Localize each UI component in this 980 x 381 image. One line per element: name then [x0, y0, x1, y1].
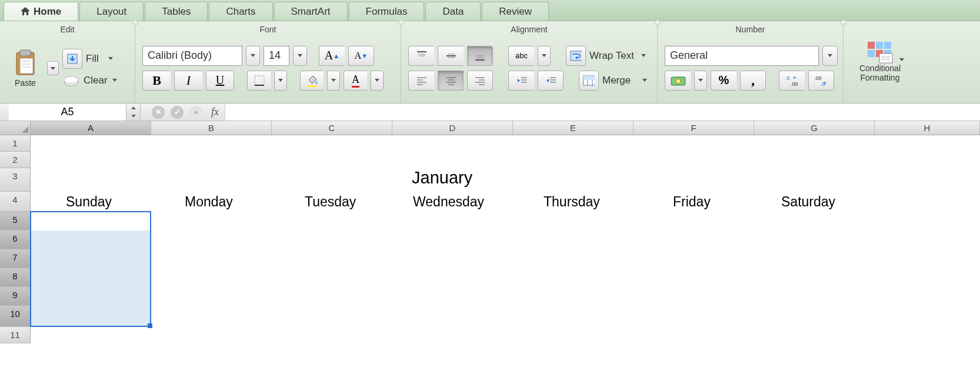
align-bottom-button[interactable]	[467, 46, 493, 66]
increase-decimal-button[interactable]: .00.0	[808, 71, 834, 91]
decrease-indent-button[interactable]	[508, 71, 534, 91]
home-icon	[21, 7, 30, 15]
wrap-text-icon-button[interactable]	[566, 46, 586, 66]
fill-button[interactable]	[62, 49, 82, 69]
font-name-field[interactable]: Calibri (Body)	[142, 46, 242, 66]
fill-color-button[interactable]	[300, 71, 324, 91]
tab-charts[interactable]: Charts	[209, 2, 272, 21]
decrease-decimal-button[interactable]: .0.00	[779, 71, 805, 91]
svg-point-8	[64, 76, 78, 83]
cell-area[interactable]: January Sunday Monday Tuesday Wednesday …	[31, 135, 980, 343]
column-headers: A B C D E F G H	[0, 121, 980, 135]
orientation-dropdown[interactable]	[538, 46, 551, 66]
tab-layout[interactable]: Layout	[79, 2, 144, 21]
underline-button[interactable]: U	[206, 71, 234, 91]
group-label-font: Font	[142, 24, 394, 35]
column-header-f[interactable]: F	[634, 121, 754, 135]
column-header-d[interactable]: D	[392, 121, 513, 135]
row-header-4[interactable]: 4	[0, 192, 31, 212]
merge-icon-button[interactable]	[579, 71, 599, 91]
column-header-c[interactable]: C	[272, 121, 392, 135]
wrap-dropdown-icon[interactable]	[641, 54, 646, 57]
clear-label: Clear	[84, 75, 108, 86]
name-box[interactable]: A5	[9, 103, 126, 121]
conditional-icon	[866, 41, 894, 64]
svg-rect-1	[20, 50, 31, 56]
name-box-stepper[interactable]	[126, 103, 141, 121]
column-header-b[interactable]: B	[151, 121, 272, 135]
accept-formula-button[interactable]: ✓	[171, 106, 184, 119]
wrap-icon	[570, 50, 582, 62]
paste-dropdown[interactable]	[47, 61, 59, 75]
cell-day-tue: Tuesday	[305, 194, 356, 210]
row-header-7[interactable]: 7	[0, 249, 31, 268]
svg-text:.0: .0	[821, 81, 825, 86]
row-header-9[interactable]: 9	[0, 287, 31, 306]
font-color-button[interactable]: A	[344, 71, 367, 91]
column-header-e[interactable]: E	[513, 121, 634, 135]
row-header-2[interactable]: 2	[0, 152, 31, 168]
svg-rect-56	[879, 54, 892, 63]
increase-indent-button[interactable]	[538, 71, 564, 91]
tab-data[interactable]: Data	[425, 2, 481, 21]
conditional-dropdown-icon[interactable]	[899, 58, 904, 61]
font-name-dropdown[interactable]	[246, 46, 260, 66]
tab-tables[interactable]: Tables	[145, 2, 208, 21]
currency-button[interactable]	[665, 71, 691, 91]
group-font: Font Calibri (Body) 14 A▲ A▼ B I U	[135, 21, 401, 103]
cancel-formula-button[interactable]: ✕	[152, 106, 165, 119]
align-right-button[interactable]	[467, 71, 493, 91]
row-header-6[interactable]: 6	[0, 230, 31, 249]
svg-rect-41	[584, 76, 595, 80]
borders-dropdown[interactable]	[274, 71, 287, 91]
number-format-field[interactable]: General	[665, 46, 819, 66]
row-header-10[interactable]: 10	[0, 306, 31, 327]
merge-label: Merge	[602, 75, 631, 86]
column-header-a[interactable]: A	[31, 121, 151, 135]
shrink-font-button[interactable]: A▼	[348, 46, 374, 66]
conditional-formatting-button[interactable]: Conditional Formatting	[851, 26, 909, 96]
tab-label: Home	[34, 6, 61, 17]
font-size-dropdown[interactable]	[293, 46, 307, 66]
tab-smartart[interactable]: SmartArt	[274, 2, 348, 21]
align-left-button[interactable]	[408, 71, 434, 91]
font-size-field[interactable]: 14	[264, 46, 289, 66]
percent-button[interactable]: %	[711, 71, 736, 91]
select-all-corner[interactable]	[0, 121, 31, 135]
fill-label: Fill	[86, 53, 99, 65]
fx-label: fx	[205, 106, 225, 118]
tab-review[interactable]: Review	[482, 2, 549, 21]
comma-button[interactable]: ,	[740, 71, 766, 91]
cell-day-sun: Sunday	[66, 194, 112, 210]
fill-color-dropdown[interactable]	[327, 71, 340, 91]
orientation-button[interactable]: abc	[508, 46, 534, 66]
align-top-button[interactable]	[408, 46, 434, 66]
tab-home[interactable]: Home	[4, 2, 78, 21]
formula-builder-button[interactable]: ●	[189, 106, 202, 119]
row-header-3[interactable]: 3	[0, 168, 31, 192]
number-format-dropdown[interactable]	[822, 46, 838, 66]
font-color-dropdown[interactable]	[371, 71, 384, 91]
italic-button[interactable]: I	[174, 71, 202, 91]
clear-dropdown-icon[interactable]	[112, 79, 117, 82]
merge-dropdown-icon[interactable]	[642, 79, 647, 82]
row-header-11[interactable]: 11	[0, 327, 31, 343]
align-center-button[interactable]	[438, 71, 464, 91]
formula-input[interactable]	[225, 103, 980, 121]
currency-dropdown[interactable]	[694, 71, 707, 91]
column-header-h[interactable]: H	[875, 121, 980, 135]
row-header-8[interactable]: 8	[0, 268, 31, 287]
bold-button[interactable]: B	[142, 71, 171, 91]
grow-font-button[interactable]: A▲	[319, 46, 345, 66]
fill-dropdown-icon[interactable]	[108, 57, 113, 60]
column-header-g[interactable]: G	[754, 121, 875, 135]
borders-button[interactable]	[247, 71, 271, 91]
paste-button[interactable]: Paste	[7, 36, 44, 100]
tab-formulas[interactable]: Formulas	[349, 2, 425, 21]
ribbon-tabs: Home Layout Tables Charts SmartArt Formu…	[0, 0, 980, 21]
align-middle-button[interactable]	[438, 46, 464, 66]
selection-active-cell	[31, 212, 151, 230]
row-header-5[interactable]: 5	[0, 212, 31, 230]
svg-rect-53	[868, 50, 875, 57]
row-header-1[interactable]: 1	[0, 135, 31, 152]
